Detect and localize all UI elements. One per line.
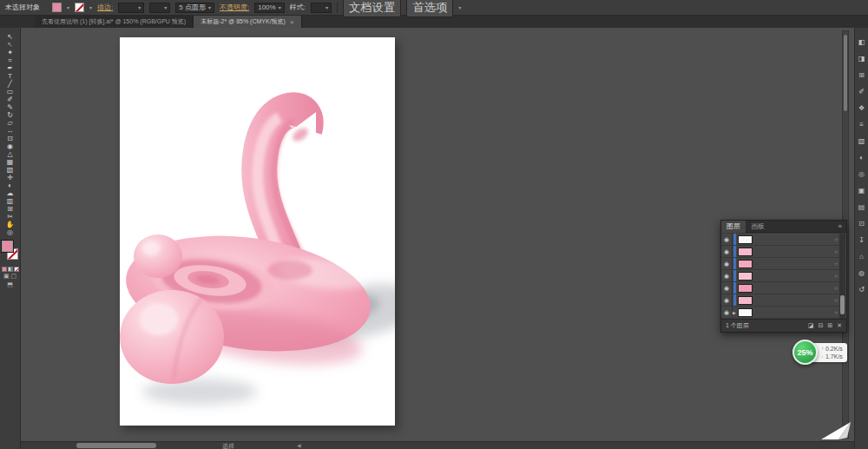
gradient-panel-icon[interactable]: ▧ bbox=[858, 137, 865, 145]
layer-target-icon[interactable]: ○ bbox=[834, 298, 838, 303]
transparency-panel-icon[interactable]: ◐ bbox=[859, 154, 864, 162]
layers-panel-icon[interactable]: ▤ bbox=[858, 203, 865, 211]
mesh-tool[interactable]: ▦ bbox=[2, 158, 19, 166]
visibility-eye-icon[interactable]: ◉ bbox=[721, 282, 733, 294]
lasso-tool[interactable]: ≈ bbox=[2, 56, 19, 64]
color-guide-panel-icon[interactable]: ◨ bbox=[858, 55, 865, 63]
delete-layer-icon[interactable]: ✕ bbox=[837, 322, 842, 329]
color-panel-icon[interactable]: ◧ bbox=[858, 38, 865, 46]
fill-indicator-swatch[interactable] bbox=[2, 241, 13, 252]
column-graph-tool[interactable]: ▥ bbox=[2, 197, 19, 205]
blend-tool[interactable]: ◐ bbox=[2, 182, 19, 189]
color-mode-button[interactable] bbox=[2, 267, 7, 272]
layer-thumbnail[interactable] bbox=[738, 235, 753, 244]
panel-collapse-icon[interactable]: » bbox=[834, 222, 846, 230]
artboards-panel-icon[interactable]: ⊡ bbox=[858, 220, 865, 228]
new-layer-icon[interactable]: ⊞ bbox=[827, 322, 832, 329]
scroll-left-icon[interactable]: ◀ bbox=[297, 442, 301, 449]
layer-target-icon[interactable]: ○ bbox=[834, 310, 838, 315]
type-tool[interactable]: T bbox=[2, 72, 19, 80]
graphic-styles-panel-icon[interactable]: ▣ bbox=[858, 187, 865, 195]
visibility-eye-icon[interactable]: ◉ bbox=[721, 294, 733, 306]
slice-tool[interactable]: ✂ bbox=[2, 213, 19, 221]
drawing-modes-button[interactable]: ▣ ▢ bbox=[3, 272, 16, 281]
layer-thumbnail[interactable] bbox=[738, 272, 753, 281]
tab-artboards[interactable]: 画板 bbox=[746, 221, 770, 233]
layer-target-icon[interactable]: ○ bbox=[834, 249, 838, 254]
layer-thumbnail[interactable] bbox=[738, 308, 753, 317]
visibility-eye-icon[interactable]: ◉ bbox=[721, 258, 733, 269]
asset-export-panel-icon[interactable]: ↧ bbox=[858, 236, 865, 244]
new-sublayer-icon[interactable]: ⊟ bbox=[818, 322, 823, 329]
layer-target-icon[interactable]: ○ bbox=[834, 261, 838, 267]
line-segment-tool[interactable]: ╱ bbox=[2, 80, 19, 88]
appearance-panel-icon[interactable]: ◎ bbox=[858, 170, 865, 178]
layers-scrollbar-thumb[interactable] bbox=[840, 295, 845, 314]
document-tab-2[interactable]: 未标题-2* @ 85% (CMYK/预览) × bbox=[194, 16, 301, 28]
horizontal-scrollbar-thumb[interactable] bbox=[76, 443, 156, 448]
visibility-eye-icon[interactable]: ◉ bbox=[721, 246, 733, 257]
layer-row-parent[interactable]: ◉ ▶ ○ bbox=[721, 307, 846, 319]
layer-thumbnail[interactable] bbox=[738, 284, 753, 293]
layer-target-icon[interactable]: ○ bbox=[834, 286, 838, 291]
layer-thumbnail[interactable] bbox=[738, 260, 753, 268]
stroke-dropdown-icon[interactable]: ▾ bbox=[89, 4, 92, 10]
layer-row[interactable]: ◉ ○ bbox=[721, 282, 846, 294]
eyedropper-tool[interactable]: ✛ bbox=[2, 174, 19, 182]
info-panel-icon[interactable]: ◍ bbox=[858, 269, 865, 277]
selection-tool[interactable]: ↖ bbox=[2, 33, 19, 41]
screen-mode-button[interactable]: ⬒ bbox=[7, 281, 13, 289]
layer-target-icon[interactable]: ○ bbox=[834, 237, 838, 242]
document-setup-button[interactable]: 文档设置 bbox=[343, 0, 401, 17]
shape-builder-tool[interactable]: ◉ bbox=[2, 142, 19, 150]
stroke-panel-link[interactable]: 描边: bbox=[97, 3, 113, 12]
paintbrush-tool[interactable]: ✐ bbox=[2, 96, 19, 103]
direct-selection-tool[interactable]: ↖ bbox=[2, 41, 19, 49]
pencil-tool[interactable]: ✎ bbox=[2, 103, 19, 111]
layer-thumbnail[interactable] bbox=[738, 296, 753, 305]
visibility-eye-icon[interactable]: ◉ bbox=[721, 234, 733, 245]
hand-tool[interactable]: ✋ bbox=[2, 221, 19, 228]
artboard-tool[interactable]: ⊞ bbox=[2, 205, 19, 213]
stroke-weight-select[interactable]: ▾ bbox=[118, 3, 144, 13]
canvas-area[interactable]: 图层 画板 » ◉ ○ ◉ ○ ◉ bbox=[21, 28, 854, 449]
visibility-eye-icon[interactable]: ◉ bbox=[721, 270, 733, 281]
rotate-tool[interactable]: ↻ bbox=[2, 111, 19, 119]
swatches-panel-icon[interactable]: ⊞ bbox=[858, 71, 865, 79]
gradient-mode-button[interactable] bbox=[8, 267, 13, 272]
clipping-mask-icon[interactable]: ◪ bbox=[808, 322, 814, 329]
width-profile-select[interactable]: ▾ bbox=[149, 3, 170, 13]
brush-definition-select[interactable]: 5 点圆形 ▾ bbox=[175, 3, 214, 13]
visibility-eye-icon[interactable]: ◉ bbox=[721, 307, 733, 318]
layer-target-icon[interactable]: ○ bbox=[834, 274, 838, 279]
history-panel-icon[interactable]: ↺ bbox=[858, 286, 865, 294]
opacity-panel-link[interactable]: 不透明度: bbox=[220, 3, 249, 12]
tab-close-icon[interactable]: × bbox=[290, 18, 294, 26]
zoom-tool[interactable]: ◎ bbox=[2, 228, 19, 236]
style-select[interactable]: ▾ bbox=[311, 3, 332, 13]
perspective-grid-tool[interactable]: △ bbox=[2, 150, 19, 158]
symbol-sprayer-tool[interactable]: ☁ bbox=[2, 189, 19, 197]
fill-dropdown-icon[interactable]: ▾ bbox=[67, 4, 69, 10]
layer-row[interactable]: ◉ ○ bbox=[721, 270, 846, 282]
layer-row[interactable]: ◉ ○ bbox=[721, 234, 846, 246]
layer-row[interactable]: ◉ ○ bbox=[721, 294, 846, 307]
gradient-tool[interactable]: ▧ bbox=[2, 166, 19, 174]
none-mode-button[interactable] bbox=[14, 267, 19, 272]
control-panel-menu-icon[interactable]: ▾ bbox=[458, 4, 461, 10]
scale-tool[interactable]: ▱ bbox=[2, 119, 19, 127]
pen-tool[interactable]: ✒ bbox=[2, 64, 19, 72]
tab-layers[interactable]: 图层 bbox=[721, 221, 746, 233]
symbols-panel-icon[interactable]: ❖ bbox=[858, 104, 865, 112]
rectangle-tool[interactable]: ▭ bbox=[2, 88, 19, 96]
free-transform-tool[interactable]: ⊡ bbox=[2, 135, 19, 142]
brushes-panel-icon[interactable]: ✐ bbox=[858, 88, 865, 96]
stroke-color-swatch[interactable] bbox=[75, 3, 84, 12]
document-tab-1[interactable]: 先看使用说明 (1) [转换].ai* @ 150% (RGB/GPU 预览) bbox=[35, 16, 194, 28]
magic-wand-tool[interactable]: ✦ bbox=[2, 49, 19, 56]
fill-color-swatch[interactable] bbox=[52, 3, 62, 12]
preferences-button[interactable]: 首选项 bbox=[406, 0, 453, 17]
layer-row[interactable]: ◉ ○ bbox=[721, 246, 846, 258]
layers-scrollbar[interactable] bbox=[839, 234, 845, 319]
layer-thumbnail[interactable] bbox=[738, 248, 753, 256]
